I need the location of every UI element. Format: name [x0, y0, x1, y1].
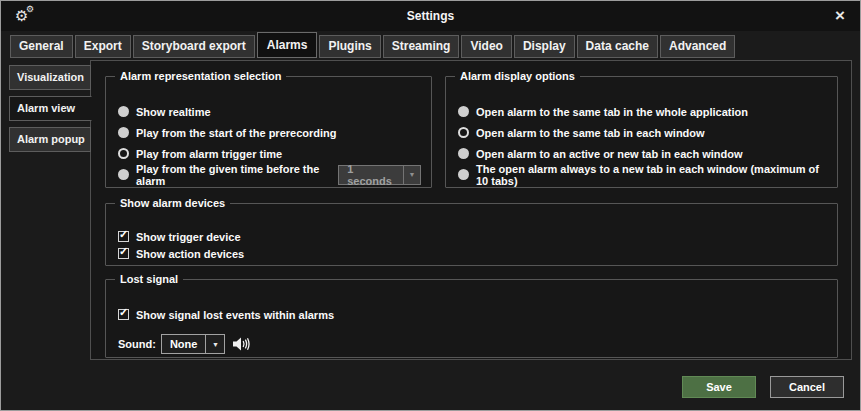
save-button[interactable]: Save [682, 376, 756, 398]
radio-play-prerecording-start[interactable]: Play from the start of the prerecording [118, 122, 421, 143]
tab-streaming[interactable]: Streaming [383, 35, 460, 58]
radio-icon [458, 148, 469, 159]
checkbox-show-signal-lost-events[interactable]: ✓ Show signal lost events within alarms [118, 304, 827, 325]
group-alarm-display-options: Alarm display options Open alarm to the … [445, 76, 838, 188]
chevron-down-icon: ▼ [205, 335, 224, 353]
radio-label: Open alarm to the same tab in each windo… [476, 127, 705, 139]
footer-bar: Save Cancel [1, 364, 860, 410]
sidetab-alarm-popup[interactable]: Alarm popup [9, 127, 91, 152]
radio-play-alarm-trigger-time[interactable]: Play from alarm trigger time [118, 143, 421, 164]
tab-alarms[interactable]: Alarms [257, 32, 318, 58]
group-alarm-representation: Alarm representation selection Show real… [105, 76, 432, 188]
sidetab-visualization[interactable]: Visualization [9, 65, 91, 90]
cancel-button[interactable]: Cancel [770, 376, 844, 398]
checkbox-label: Show action devices [136, 248, 244, 260]
tab-plugins[interactable]: Plugins [319, 35, 380, 58]
radio-label: Play from the given time before the alar… [136, 163, 332, 187]
dropdown-value: None [162, 335, 206, 353]
radio-same-tab-whole-application[interactable]: Open alarm to the same tab in the whole … [458, 101, 827, 122]
radio-active-or-new-tab-each-window[interactable]: Open alarm to an active or new tab in ea… [458, 143, 827, 164]
sound-dropdown[interactable]: None ▼ [161, 334, 226, 354]
group-lost-signal: Lost signal ✓ Show signal lost events wi… [105, 279, 838, 358]
alarm-view-panel: Alarm representation selection Show real… [90, 60, 852, 360]
checkbox-checked-icon: ✓ [118, 231, 129, 242]
tab-export[interactable]: Export [75, 35, 131, 58]
checkbox-checked-icon: ✓ [118, 248, 129, 259]
check-icon: ✓ [119, 306, 128, 319]
radio-icon [118, 106, 129, 117]
checkbox-label: Show signal lost events within alarms [136, 309, 334, 321]
radio-icon [458, 106, 469, 117]
radio-label: Show realtime [136, 106, 211, 118]
radio-play-given-time-before-alarm[interactable]: Play from the given time before the alar… [118, 164, 421, 185]
checkbox-show-action-devices[interactable]: ✓ Show action devices [118, 245, 827, 262]
group-title: Alarm representation selection [115, 70, 286, 82]
tab-general[interactable]: General [10, 35, 73, 58]
settings-window: ⚙ ⚙ Settings × General Export Storyboard… [0, 0, 861, 411]
sidetab-alarm-view[interactable]: Alarm view [9, 96, 92, 121]
radio-label: The open alarm always to a new tab in ea… [476, 163, 827, 187]
checkbox-show-trigger-device[interactable]: ✓ Show trigger device [118, 228, 827, 245]
tab-storyboard-export[interactable]: Storyboard export [133, 35, 255, 58]
sound-label: Sound: [118, 338, 156, 350]
tab-video[interactable]: Video [461, 35, 511, 58]
radio-label: Open alarm to the same tab in the whole … [476, 106, 748, 118]
radio-icon [118, 169, 129, 180]
gears-icon: ⚙ ⚙ [15, 5, 39, 27]
checkbox-checked-icon: ✓ [118, 309, 129, 320]
close-icon[interactable]: × [830, 6, 850, 26]
radio-label: Play from alarm trigger time [136, 148, 282, 160]
group-title: Lost signal [115, 273, 183, 285]
radio-selected-icon [118, 148, 129, 159]
radio-label: Open alarm to an active or new tab in ea… [476, 148, 743, 160]
radio-same-tab-each-window[interactable]: Open alarm to the same tab in each windo… [458, 122, 827, 143]
prerecord-time-dropdown: 1 seconds ▼ [338, 165, 421, 185]
radio-always-new-tab-each-window[interactable]: The open alarm always to a new tab in ea… [458, 164, 827, 185]
window-title: Settings [1, 9, 860, 23]
tab-display[interactable]: Display [514, 35, 575, 58]
title-bar: ⚙ ⚙ Settings × [1, 1, 860, 31]
alarm-side-tabs: Visualization Alarm view Alarm popup [9, 65, 91, 158]
tab-advanced[interactable]: Advanced [660, 35, 735, 58]
check-icon: ✓ [119, 245, 128, 258]
settings-tab-bar: General Export Storyboard export Alarms … [1, 31, 860, 58]
radio-label: Play from the start of the prerecording [136, 127, 336, 139]
radio-show-realtime[interactable]: Show realtime [118, 101, 421, 122]
sound-row: Sound: None ▼ [118, 334, 827, 354]
dropdown-value: 1 seconds [339, 166, 403, 184]
speaker-icon[interactable] [233, 337, 250, 351]
checkbox-label: Show trigger device [136, 231, 241, 243]
chevron-down-icon: ▼ [403, 166, 420, 184]
radio-icon [118, 127, 129, 138]
tab-data-cache[interactable]: Data cache [577, 35, 658, 58]
group-show-alarm-devices: Show alarm devices ✓ Show trigger device… [105, 203, 838, 266]
radio-icon [458, 169, 469, 180]
settings-body: Visualization Alarm view Alarm popup Ala… [1, 58, 860, 364]
gear-small-icon: ⚙ [26, 5, 34, 14]
check-icon: ✓ [119, 228, 128, 241]
group-title: Alarm display options [455, 70, 580, 82]
group-title: Show alarm devices [115, 197, 230, 209]
radio-selected-icon [458, 127, 469, 138]
